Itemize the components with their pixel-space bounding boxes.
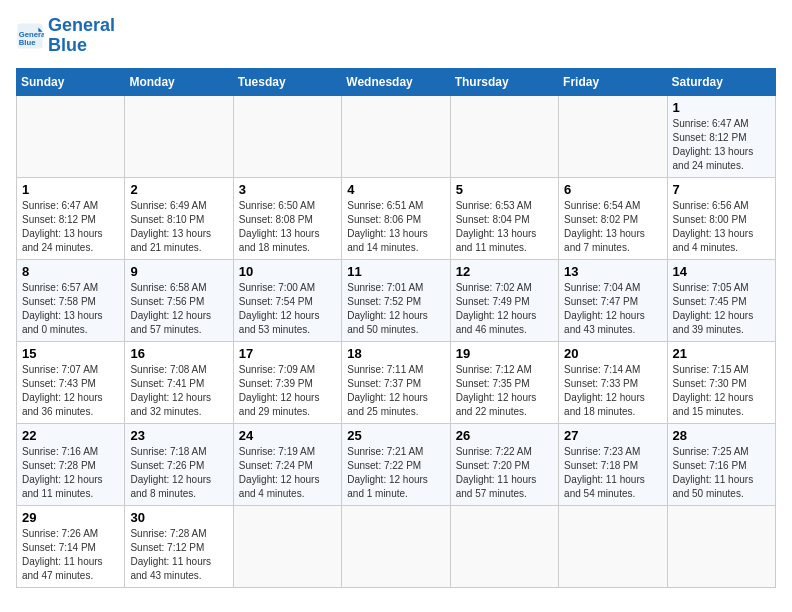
day-info: Sunrise: 7:09 AMSunset: 7:39 PMDaylight:… <box>239 363 336 419</box>
day-cell: 15Sunrise: 7:07 AMSunset: 7:43 PMDayligh… <box>17 341 125 423</box>
day-number: 25 <box>347 428 444 443</box>
day-cell <box>667 505 775 587</box>
day-cell <box>342 505 450 587</box>
week-row: 29Sunrise: 7:26 AMSunset: 7:14 PMDayligh… <box>17 505 776 587</box>
day-info: Sunrise: 7:01 AMSunset: 7:52 PMDaylight:… <box>347 281 444 337</box>
day-info: Sunrise: 7:23 AMSunset: 7:18 PMDaylight:… <box>564 445 661 501</box>
day-cell: 7Sunrise: 6:56 AMSunset: 8:00 PMDaylight… <box>667 177 775 259</box>
day-info: Sunrise: 7:26 AMSunset: 7:14 PMDaylight:… <box>22 527 119 583</box>
day-cell: 16Sunrise: 7:08 AMSunset: 7:41 PMDayligh… <box>125 341 233 423</box>
day-info: Sunrise: 7:05 AMSunset: 7:45 PMDaylight:… <box>673 281 770 337</box>
day-number: 10 <box>239 264 336 279</box>
day-cell: 1Sunrise: 6:47 AMSunset: 8:12 PMDaylight… <box>667 95 775 177</box>
day-info: Sunrise: 6:50 AMSunset: 8:08 PMDaylight:… <box>239 199 336 255</box>
day-number: 12 <box>456 264 553 279</box>
day-info: Sunrise: 7:19 AMSunset: 7:24 PMDaylight:… <box>239 445 336 501</box>
day-info: Sunrise: 7:22 AMSunset: 7:20 PMDaylight:… <box>456 445 553 501</box>
day-info: Sunrise: 7:16 AMSunset: 7:28 PMDaylight:… <box>22 445 119 501</box>
day-number: 23 <box>130 428 227 443</box>
day-number: 22 <box>22 428 119 443</box>
logo-text: General <box>48 16 115 36</box>
day-info: Sunrise: 7:21 AMSunset: 7:22 PMDaylight:… <box>347 445 444 501</box>
day-cell: 30Sunrise: 7:28 AMSunset: 7:12 PMDayligh… <box>125 505 233 587</box>
calendar-table: SundayMondayTuesdayWednesdayThursdayFrid… <box>16 68 776 588</box>
day-cell: 20Sunrise: 7:14 AMSunset: 7:33 PMDayligh… <box>559 341 667 423</box>
day-info: Sunrise: 7:12 AMSunset: 7:35 PMDaylight:… <box>456 363 553 419</box>
day-cell: 1Sunrise: 6:47 AMSunset: 8:12 PMDaylight… <box>17 177 125 259</box>
day-number: 1 <box>673 100 770 115</box>
day-number: 9 <box>130 264 227 279</box>
day-cell: 3Sunrise: 6:50 AMSunset: 8:08 PMDaylight… <box>233 177 341 259</box>
day-cell: 21Sunrise: 7:15 AMSunset: 7:30 PMDayligh… <box>667 341 775 423</box>
day-info: Sunrise: 7:11 AMSunset: 7:37 PMDaylight:… <box>347 363 444 419</box>
day-cell <box>233 505 341 587</box>
day-info: Sunrise: 6:54 AMSunset: 8:02 PMDaylight:… <box>564 199 661 255</box>
day-info: Sunrise: 7:07 AMSunset: 7:43 PMDaylight:… <box>22 363 119 419</box>
day-info: Sunrise: 6:53 AMSunset: 8:04 PMDaylight:… <box>456 199 553 255</box>
day-cell: 11Sunrise: 7:01 AMSunset: 7:52 PMDayligh… <box>342 259 450 341</box>
day-info: Sunrise: 6:47 AMSunset: 8:12 PMDaylight:… <box>673 117 770 173</box>
day-cell: 18Sunrise: 7:11 AMSunset: 7:37 PMDayligh… <box>342 341 450 423</box>
day-cell: 24Sunrise: 7:19 AMSunset: 7:24 PMDayligh… <box>233 423 341 505</box>
day-cell: 28Sunrise: 7:25 AMSunset: 7:16 PMDayligh… <box>667 423 775 505</box>
day-cell: 29Sunrise: 7:26 AMSunset: 7:14 PMDayligh… <box>17 505 125 587</box>
day-cell: 5Sunrise: 6:53 AMSunset: 8:04 PMDaylight… <box>450 177 558 259</box>
day-cell <box>559 95 667 177</box>
day-number: 8 <box>22 264 119 279</box>
day-cell: 8Sunrise: 6:57 AMSunset: 7:58 PMDaylight… <box>17 259 125 341</box>
day-cell <box>450 95 558 177</box>
week-row: 15Sunrise: 7:07 AMSunset: 7:43 PMDayligh… <box>17 341 776 423</box>
day-cell: 2Sunrise: 6:49 AMSunset: 8:10 PMDaylight… <box>125 177 233 259</box>
day-number: 26 <box>456 428 553 443</box>
day-cell: 9Sunrise: 6:58 AMSunset: 7:56 PMDaylight… <box>125 259 233 341</box>
day-number: 18 <box>347 346 444 361</box>
day-number: 29 <box>22 510 119 525</box>
week-row: 22Sunrise: 7:16 AMSunset: 7:28 PMDayligh… <box>17 423 776 505</box>
day-info: Sunrise: 6:58 AMSunset: 7:56 PMDaylight:… <box>130 281 227 337</box>
day-cell: 22Sunrise: 7:16 AMSunset: 7:28 PMDayligh… <box>17 423 125 505</box>
day-number: 17 <box>239 346 336 361</box>
day-number: 14 <box>673 264 770 279</box>
day-info: Sunrise: 6:51 AMSunset: 8:06 PMDaylight:… <box>347 199 444 255</box>
day-number: 15 <box>22 346 119 361</box>
day-info: Sunrise: 7:02 AMSunset: 7:49 PMDaylight:… <box>456 281 553 337</box>
day-cell <box>559 505 667 587</box>
day-cell: 6Sunrise: 6:54 AMSunset: 8:02 PMDaylight… <box>559 177 667 259</box>
logo-text2: Blue <box>48 36 115 56</box>
day-cell <box>233 95 341 177</box>
day-info: Sunrise: 7:15 AMSunset: 7:30 PMDaylight:… <box>673 363 770 419</box>
header-row: SundayMondayTuesdayWednesdayThursdayFrid… <box>17 68 776 95</box>
day-cell: 4Sunrise: 6:51 AMSunset: 8:06 PMDaylight… <box>342 177 450 259</box>
day-info: Sunrise: 7:00 AMSunset: 7:54 PMDaylight:… <box>239 281 336 337</box>
day-info: Sunrise: 7:14 AMSunset: 7:33 PMDaylight:… <box>564 363 661 419</box>
day-number: 20 <box>564 346 661 361</box>
column-header-sunday: Sunday <box>17 68 125 95</box>
logo: General Blue General Blue <box>16 16 115 56</box>
day-info: Sunrise: 7:18 AMSunset: 7:26 PMDaylight:… <box>130 445 227 501</box>
day-number: 6 <box>564 182 661 197</box>
day-cell: 25Sunrise: 7:21 AMSunset: 7:22 PMDayligh… <box>342 423 450 505</box>
day-number: 28 <box>673 428 770 443</box>
day-info: Sunrise: 7:04 AMSunset: 7:47 PMDaylight:… <box>564 281 661 337</box>
day-number: 30 <box>130 510 227 525</box>
day-cell: 19Sunrise: 7:12 AMSunset: 7:35 PMDayligh… <box>450 341 558 423</box>
day-info: Sunrise: 7:28 AMSunset: 7:12 PMDaylight:… <box>130 527 227 583</box>
day-info: Sunrise: 6:56 AMSunset: 8:00 PMDaylight:… <box>673 199 770 255</box>
day-cell: 12Sunrise: 7:02 AMSunset: 7:49 PMDayligh… <box>450 259 558 341</box>
day-info: Sunrise: 7:08 AMSunset: 7:41 PMDaylight:… <box>130 363 227 419</box>
day-number: 11 <box>347 264 444 279</box>
day-number: 13 <box>564 264 661 279</box>
day-cell: 27Sunrise: 7:23 AMSunset: 7:18 PMDayligh… <box>559 423 667 505</box>
column-header-monday: Monday <box>125 68 233 95</box>
column-header-wednesday: Wednesday <box>342 68 450 95</box>
day-cell: 17Sunrise: 7:09 AMSunset: 7:39 PMDayligh… <box>233 341 341 423</box>
day-info: Sunrise: 6:57 AMSunset: 7:58 PMDaylight:… <box>22 281 119 337</box>
day-cell <box>450 505 558 587</box>
day-number: 3 <box>239 182 336 197</box>
logo-icon: General Blue <box>16 22 44 50</box>
day-cell: 14Sunrise: 7:05 AMSunset: 7:45 PMDayligh… <box>667 259 775 341</box>
day-info: Sunrise: 7:25 AMSunset: 7:16 PMDaylight:… <box>673 445 770 501</box>
column-header-tuesday: Tuesday <box>233 68 341 95</box>
day-cell: 23Sunrise: 7:18 AMSunset: 7:26 PMDayligh… <box>125 423 233 505</box>
day-number: 4 <box>347 182 444 197</box>
